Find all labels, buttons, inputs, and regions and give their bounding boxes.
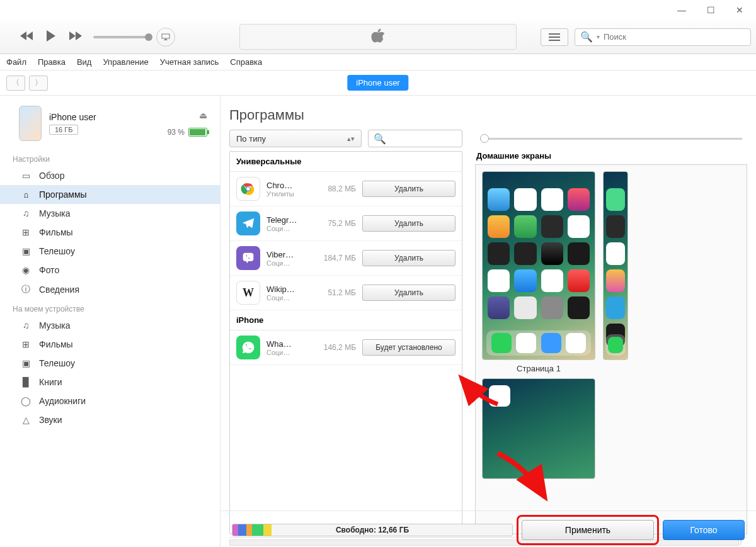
play-button[interactable] — [45, 29, 57, 45]
remove-button[interactable]: Удалить — [362, 181, 455, 197]
remove-button[interactable]: Удалить — [362, 285, 455, 301]
app-row-wikipedia[interactable]: W Wikip…Соци… 51,2 МБ Удалить — [230, 276, 462, 310]
apps-list: Универсальные Chro…Утилиты 88,2 МБ Удали… — [229, 151, 462, 534]
tv-icon: ▣ — [20, 358, 32, 368]
sidebar-item-dev-audiobooks[interactable]: ◯Аудиокниги — [0, 392, 220, 410]
minimize-button[interactable]: — — [668, 1, 696, 19]
menu-edit[interactable]: Правка — [38, 57, 66, 67]
next-button[interactable] — [68, 30, 82, 44]
app-row-chrome[interactable]: Chro…Утилиты 88,2 МБ Удалить — [230, 172, 462, 206]
home-screen-2[interactable] — [482, 378, 595, 479]
summary-icon: ▭ — [20, 171, 32, 181]
maximize-button[interactable]: ☐ — [697, 1, 724, 19]
remove-button[interactable]: Удалить — [362, 215, 455, 232]
movies-icon: ⊞ — [20, 227, 32, 237]
remove-button[interactable]: Удалить — [362, 250, 455, 266]
menu-controls[interactable]: Управление — [103, 57, 148, 67]
page-title: Программы — [220, 96, 756, 130]
back-button[interactable]: 〈 — [6, 76, 25, 91]
sidebar-item-apps[interactable]: ⩍Программы — [0, 185, 220, 204]
photo-icon: ◉ — [20, 265, 32, 275]
close-button[interactable]: ✕ — [726, 1, 753, 19]
sidebar-item-summary[interactable]: ▭Обзор — [0, 166, 220, 185]
home-screen-1[interactable] — [482, 171, 595, 360]
sort-select[interactable]: По типу▴▾ — [229, 130, 362, 147]
sidebar-item-music[interactable]: ♫Музыка — [0, 204, 220, 223]
prev-button[interactable] — [20, 30, 34, 44]
books-icon: ▉ — [20, 377, 32, 387]
app-row-viber[interactable]: Viber…Соци… 184,7 МБ Удалить — [230, 241, 462, 276]
chevron-updown-icon: ▴▾ — [347, 135, 355, 143]
zoom-slider[interactable] — [480, 138, 742, 140]
menu-bar: Файл Правка Вид Управление Учетная запис… — [0, 54, 756, 70]
forward-button[interactable]: 〉 — [29, 76, 48, 91]
wikipedia-icon: W — [236, 281, 260, 305]
svg-rect-3 — [549, 40, 560, 41]
app-size: 88,2 МБ — [317, 184, 356, 193]
movies-icon: ⊞ — [20, 339, 32, 349]
menu-file[interactable]: Файл — [6, 57, 26, 67]
bottom-bar: Свободно: 12,66 ГБ Применить Готово — [220, 510, 756, 542]
apps-search[interactable]: 🔍 — [368, 130, 462, 147]
window-chrome: — ☐ ✕ — [0, 0, 756, 20]
apps-icon: ⩍ — [20, 189, 32, 200]
sidebar-item-dev-books[interactable]: ▉Книги — [0, 373, 220, 392]
list-view-button[interactable] — [541, 28, 568, 46]
svg-point-6 — [246, 187, 249, 190]
lcd-display — [239, 24, 517, 50]
eject-button[interactable]: ⏏ — [199, 110, 207, 120]
sidebar-item-dev-tones[interactable]: △Звуки — [0, 410, 220, 429]
search-icon: 🔍 — [374, 133, 386, 145]
svg-rect-0 — [162, 34, 169, 38]
device-capacity: 16 ГБ — [49, 125, 78, 135]
battery-status: 93 % — [168, 128, 207, 137]
sidebar-header-settings: Настройки — [0, 150, 220, 166]
tv-icon: ▣ — [20, 246, 32, 256]
app-size: 51,2 МБ — [317, 288, 356, 297]
app-size: 146,2 МБ — [317, 343, 356, 352]
volume-slider[interactable] — [93, 36, 150, 38]
sidebar: iPhone user 16 ГБ ⏏ 93 % Настройки ▭Обзо… — [0, 96, 220, 547]
sidebar-item-dev-music[interactable]: ♫Музыка — [0, 316, 220, 335]
app-row-telegram[interactable]: Telegr…Соци… 75,2 МБ Удалить — [230, 206, 462, 241]
home-screens-label: Домашние экраны — [475, 147, 747, 164]
sidebar-header-ondevice: На моем устройстве — [0, 300, 220, 316]
whatsapp-icon — [236, 336, 260, 359]
nav-row: 〈 〉 iPhone user — [0, 70, 756, 96]
chrome-icon — [236, 177, 260, 201]
sidebar-item-tvshows[interactable]: ▣Телешоу — [0, 242, 220, 261]
sidebar-item-info[interactable]: ⓘСведения — [0, 279, 220, 300]
sidebar-item-movies[interactable]: ⊞Фильмы — [0, 223, 220, 242]
menu-view[interactable]: Вид — [77, 57, 92, 67]
search-input[interactable] — [604, 32, 745, 42]
home-screen-side[interactable] — [603, 171, 628, 360]
device-name: iPhone user — [49, 112, 160, 122]
apply-button[interactable]: Применить — [522, 520, 654, 540]
sidebar-item-photos[interactable]: ◉Фото — [0, 261, 220, 279]
apple-logo-icon — [371, 28, 385, 47]
music-icon: ♫ — [20, 208, 32, 218]
music-icon: ♫ — [20, 320, 32, 330]
done-button[interactable]: Готово — [663, 520, 745, 540]
will-install-button[interactable]: Будет установлено — [362, 339, 455, 356]
section-iphone: iPhone — [230, 310, 462, 330]
battery-icon — [188, 128, 207, 137]
free-space-label: Свободно: 12,66 ГБ — [336, 526, 409, 534]
info-icon: ⓘ — [20, 284, 32, 295]
app-size: 75,2 МБ — [317, 219, 356, 228]
home-screens-box: Страница 1 — [475, 164, 747, 534]
section-universal: Универсальные — [230, 152, 462, 172]
menu-help[interactable]: Справка — [230, 57, 262, 67]
menu-account[interactable]: Учетная запись — [160, 57, 219, 67]
player-bar: 🔍▾ — [0, 20, 756, 54]
device-thumb-icon — [19, 106, 42, 141]
device-pill[interactable]: iPhone user — [347, 75, 408, 91]
airplay-button[interactable] — [156, 28, 175, 47]
search-box[interactable]: 🔍▾ — [575, 28, 751, 46]
app-row-whatsapp[interactable]: Wha…Соци… 146,2 МБ Будет установлено — [230, 330, 462, 365]
sidebar-item-dev-tv[interactable]: ▣Телешоу — [0, 354, 220, 373]
page-1-label: Страница 1 — [517, 364, 561, 373]
sidebar-item-dev-movies[interactable]: ⊞Фильмы — [0, 335, 220, 354]
tones-icon: △ — [20, 415, 32, 425]
search-icon: 🔍 — [580, 31, 593, 43]
